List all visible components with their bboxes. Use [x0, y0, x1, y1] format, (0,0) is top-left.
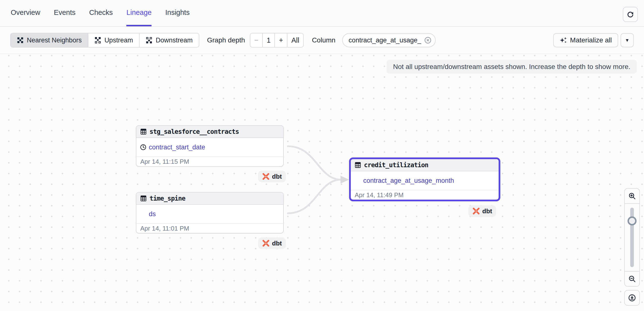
nearest-neighbors-icon — [17, 37, 24, 44]
mode-label: Downstream — [156, 36, 193, 44]
asset-column-row: contract_age_at_usage_month — [351, 171, 498, 190]
materialize-all-button[interactable]: Materialize all — [553, 33, 618, 47]
dbt-logo-icon — [262, 240, 270, 247]
asset-node-header: time_spine — [136, 193, 283, 205]
asset-timestamp: Apr 14, 11:15 PM — [136, 156, 283, 166]
mode-label: Upstream — [104, 36, 133, 44]
tab-lineage[interactable]: Lineage — [126, 0, 152, 26]
zoom-control-panel — [624, 188, 640, 287]
column-link[interactable]: contract_age_at_usage_month — [363, 177, 454, 185]
zoom-slider — [625, 203, 639, 272]
column-link[interactable]: ds — [149, 210, 156, 218]
asset-column-row: contract_start_date — [136, 138, 283, 156]
tab-checks[interactable]: Checks — [89, 0, 113, 26]
tab-overview[interactable]: Overview — [11, 0, 40, 26]
graph-mode-group: Nearest Neighbors Upstream — [10, 33, 199, 47]
tab-insights[interactable]: Insights — [165, 0, 190, 26]
asset-timestamp: Apr 14, 11:49 PM — [351, 190, 498, 200]
circle-arrow-down-icon — [628, 294, 636, 302]
zoom-in-button[interactable] — [625, 189, 639, 203]
dbt-badge: dbt — [258, 237, 286, 249]
lineage-edges — [0, 54, 644, 311]
tab-events[interactable]: Events — [54, 0, 76, 26]
mode-nearest-neighbors[interactable]: Nearest Neighbors — [11, 33, 88, 47]
table-icon — [354, 162, 361, 168]
asset-node-credit-utilization[interactable]: credit_utilization contract_age_at_usage… — [349, 157, 500, 201]
zoom-slider-thumb[interactable] — [628, 216, 637, 226]
zoom-out-icon — [628, 275, 636, 283]
column-filter-chip[interactable]: contract_age_at_usage_ — [342, 33, 436, 47]
refresh-button[interactable] — [623, 7, 638, 22]
table-icon — [140, 128, 147, 135]
asset-column-row: ds — [136, 205, 283, 223]
materialize-options-button[interactable]: ▾ — [620, 33, 634, 47]
graph-depth-label: Graph depth — [207, 36, 245, 44]
dbt-badge-label: dbt — [482, 207, 492, 215]
depth-value: 1 — [262, 33, 274, 47]
downstream-icon — [146, 37, 152, 44]
column-filter-label: Column — [312, 36, 336, 44]
dbt-logo-icon — [472, 207, 480, 215]
clock-icon — [140, 144, 146, 151]
asset-title: time_spine — [150, 195, 186, 202]
lineage-toolbar: Nearest Neighbors Upstream — [0, 27, 644, 54]
asset-title: credit_utilization — [364, 161, 428, 169]
depth-decrement-button[interactable]: − — [250, 33, 262, 47]
column-filter-value: contract_age_at_usage_ — [348, 36, 421, 44]
mode-downstream[interactable]: Downstream — [139, 33, 199, 47]
materialize-label: Materialize all — [570, 36, 612, 44]
graph-depth-control: − 1 + All — [250, 33, 304, 47]
dbt-badge: dbt — [258, 171, 286, 182]
asset-timestamp: Apr 14, 11:01 PM — [136, 223, 283, 233]
upstream-icon — [94, 37, 101, 44]
dbt-badge-label: dbt — [272, 240, 282, 247]
asset-node-header: stg_salesforce__contracts — [136, 126, 283, 138]
zoom-out-button[interactable] — [625, 272, 639, 286]
depth-increment-button[interactable]: + — [274, 33, 287, 47]
table-icon — [140, 195, 147, 202]
mode-upstream[interactable]: Upstream — [88, 33, 139, 47]
asset-title: stg_salesforce__contracts — [150, 128, 239, 135]
dbt-badge: dbt — [468, 205, 496, 217]
dbt-badge-label: dbt — [272, 173, 282, 180]
column-icon-placeholder — [354, 177, 361, 184]
refresh-icon — [626, 10, 634, 18]
column-link[interactable]: contract_start_date — [149, 144, 205, 151]
fit-view-button[interactable] — [624, 290, 640, 306]
mode-label: Nearest Neighbors — [27, 36, 82, 44]
zoom-in-icon — [628, 192, 636, 200]
column-icon-placeholder — [140, 211, 146, 217]
sparkle-icon — [560, 36, 567, 44]
clear-column-filter-icon[interactable] — [424, 36, 432, 44]
top-nav: Overview Events Checks Lineage Insights — [0, 0, 644, 27]
chevron-down-icon: ▾ — [626, 37, 628, 43]
asset-node-stg-salesforce-contracts[interactable]: stg_salesforce__contracts contract_start… — [136, 125, 284, 167]
depth-all-button[interactable]: All — [287, 33, 303, 47]
lineage-canvas[interactable]: Not all upstream/downstream assets shown… — [0, 54, 644, 311]
asset-node-time-spine[interactable]: time_spine ds Apr 14, 11:01 PM — [136, 192, 284, 234]
asset-node-header: credit_utilization — [351, 159, 498, 171]
depth-warning-banner: Not all upstream/downstream assets shown… — [387, 60, 637, 74]
dbt-logo-icon — [262, 173, 270, 180]
